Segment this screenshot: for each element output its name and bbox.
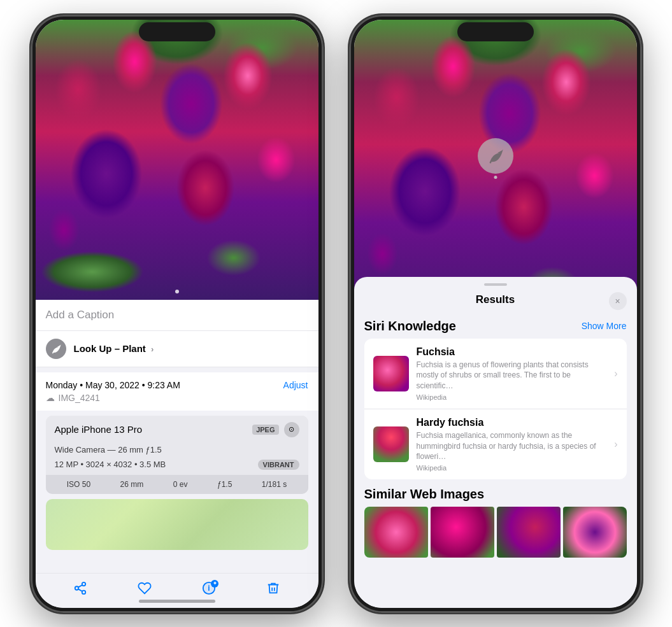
sheet-title: Results	[476, 293, 515, 306]
meta-filename: ☁ IMG_4241	[46, 393, 308, 403]
settings-circle[interactable]: ⊙	[284, 422, 299, 437]
fuchsia-info: Fuchsia Fuchsia is a genus of flowering …	[417, 346, 607, 401]
web-images-row	[364, 507, 627, 558]
photo-left[interactable]	[36, 20, 318, 300]
meta-date-row: Monday • May 30, 2022 • 9:23 AM Adjust	[46, 380, 308, 390]
fuchsia-name: Fuchsia	[417, 346, 607, 358]
hardy-thumb	[373, 426, 409, 462]
lookup-row[interactable]: Look Up – Plant ›	[36, 331, 318, 367]
camera-section: Apple iPhone 13 Pro JPEG ⊙ Wide Camera —…	[46, 416, 308, 494]
fuchsia-source: Wikipedia	[417, 393, 607, 401]
hardy-name: Hardy fuchsia	[417, 417, 607, 428]
camera-row2: 12 MP • 3024 × 4032 • 3.5 MB VIBRANT	[46, 458, 308, 475]
hardy-source: Wikipedia	[417, 464, 607, 472]
show-more-button[interactable]: Show More	[582, 321, 627, 331]
lookup-chevron: ›	[151, 344, 154, 354]
share-button[interactable]	[73, 581, 87, 595]
info-area: Add a Caption Look Up – Plant ›	[36, 300, 318, 573]
hardy-desc: Fuchsia magellanica, commonly known as t…	[417, 430, 607, 462]
camera-lens: Wide Camera — 26 mm ƒ1.5	[46, 444, 308, 458]
web-images-title: Similar Web Images	[364, 487, 485, 502]
heart-icon	[138, 581, 152, 595]
exif-shutter: 1/181 s	[262, 480, 287, 489]
screen-left: Add a Caption Look Up – Plant ›	[36, 20, 318, 608]
fuchsia-thumb	[373, 356, 409, 391]
map-area[interactable]	[46, 499, 308, 550]
fuchsia-desc: Fuchsia is a genus of flowering plants t…	[417, 360, 607, 391]
camera-mp: 12 MP • 3024 × 4032 • 3.5 MB	[55, 460, 166, 469]
fuchsia-chevron: ›	[614, 368, 617, 379]
page-dot-left	[175, 290, 179, 293]
results-sheet: Results × Siri Knowledge Show More	[354, 277, 637, 608]
share-icon	[73, 581, 87, 595]
flower-image-left	[36, 20, 318, 300]
siri-knowledge-header: Siri Knowledge Show More	[364, 319, 627, 334]
trash-button[interactable]	[266, 581, 280, 595]
hardy-thumb-image	[373, 426, 409, 462]
web-images-header: Similar Web Images	[364, 487, 627, 502]
phone-left: Add a Caption Look Up – Plant ›	[31, 15, 324, 613]
hardy-info: Hardy fuchsia Fuchsia magellanica, commo…	[417, 417, 607, 472]
adjust-button[interactable]: Adjust	[283, 380, 308, 390]
web-image-1[interactable]	[364, 507, 428, 558]
web-image-4[interactable]	[563, 507, 627, 558]
sheet-close-button[interactable]: ×	[609, 292, 627, 310]
heart-button[interactable]	[138, 581, 152, 595]
camera-name: Apple iPhone 13 Pro	[55, 424, 143, 435]
caption-input[interactable]: Add a Caption	[36, 300, 318, 331]
fuchsia-thumb-image	[373, 356, 409, 391]
web-image-2[interactable]	[431, 507, 494, 558]
exif-ev: 0 ev	[173, 480, 188, 489]
svg-text:i: i	[208, 583, 210, 592]
cloud-icon: ☁	[46, 393, 55, 403]
leaf-icon	[50, 343, 62, 355]
meta-date: Monday • May 30, 2022 • 9:23 AM	[46, 380, 180, 390]
sheet-content[interactable]: Siri Knowledge Show More Fuchsia Fuchsia…	[354, 311, 637, 608]
meta-section: Monday • May 30, 2022 • 9:23 AM Adjust ☁…	[36, 372, 318, 411]
knowledge-item-fuchsia[interactable]: Fuchsia Fuchsia is a genus of flowering …	[364, 339, 627, 409]
lookup-icon	[46, 339, 66, 359]
home-indicator-left	[139, 600, 215, 603]
trash-icon	[266, 581, 280, 595]
lookup-text: Look Up – Plant ›	[74, 343, 154, 354]
sheet-header: Results ×	[354, 286, 637, 311]
exif-aperture: ƒ1.5	[217, 480, 232, 489]
web-image-3[interactable]	[497, 507, 561, 558]
notch-right	[457, 22, 534, 41]
knowledge-item-hardy[interactable]: Hardy fuchsia Fuchsia magellanica, commo…	[364, 409, 627, 479]
info-badge: ✦	[211, 580, 218, 588]
info-button[interactable]: i ✦	[202, 581, 216, 595]
siri-dot	[494, 176, 497, 179]
knowledge-card: Fuchsia Fuchsia is a genus of flowering …	[364, 339, 627, 480]
phone-right: Results × Siri Knowledge Show More	[349, 15, 642, 613]
exif-focal: 26 mm	[120, 480, 144, 489]
hardy-chevron: ›	[614, 439, 617, 450]
notch-left	[139, 22, 215, 41]
camera-badges: JPEG ⊙	[252, 422, 299, 437]
format-badge: JPEG	[252, 425, 278, 435]
exif-iso: ISO 50	[67, 480, 90, 489]
screen-right: Results × Siri Knowledge Show More	[354, 20, 637, 608]
siri-leaf-icon	[487, 147, 504, 165]
exif-row: ISO 50 26 mm 0 ev ƒ1.5 1/181 s	[46, 475, 308, 494]
siri-bubble[interactable]	[478, 138, 513, 174]
siri-knowledge-title: Siri Knowledge	[364, 319, 456, 334]
filter-badge: VIBRANT	[258, 460, 299, 470]
phones-container: Add a Caption Look Up – Plant ›	[18, 2, 655, 626]
camera-header: Apple iPhone 13 Pro JPEG ⊙	[46, 416, 308, 444]
